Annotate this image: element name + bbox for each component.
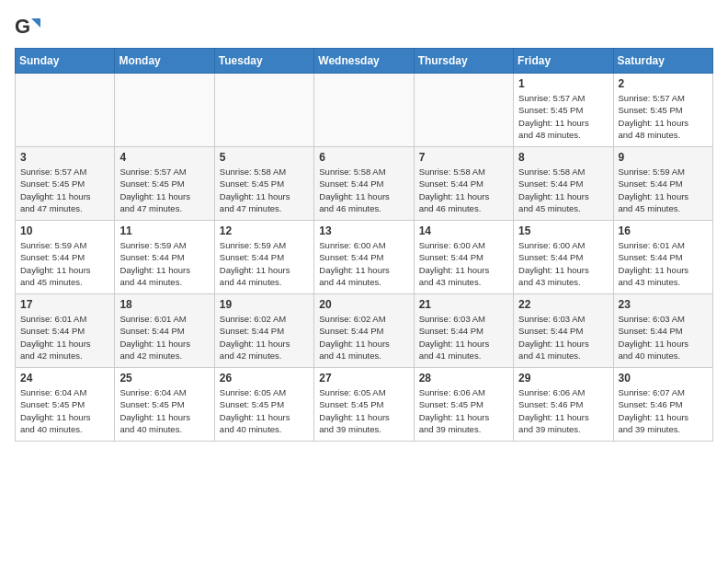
day-info: Sunrise: 6:00 AM Sunset: 5:44 PM Dayligh… [319,239,408,288]
calendar-cell: 1Sunrise: 5:57 AM Sunset: 5:45 PM Daylig… [514,74,613,147]
day-number: 9 [619,151,708,164]
day-number: 1 [518,77,608,90]
day-number: 21 [419,298,508,311]
day-number: 19 [220,298,309,311]
day-number: 22 [518,298,608,311]
day-info: Sunrise: 5:59 AM Sunset: 5:44 PM Dayligh… [619,166,708,214]
calendar-cell [16,74,115,147]
day-info: Sunrise: 5:57 AM Sunset: 5:45 PM Dayligh… [20,166,109,214]
day-number: 20 [319,298,408,311]
calendar-cell: 30Sunrise: 6:07 AM Sunset: 5:46 PM Dayli… [613,368,712,442]
day-info: Sunrise: 6:05 AM Sunset: 5:45 PM Dayligh… [220,386,309,435]
day-number: 13 [319,224,408,237]
calendar-cell: 23Sunrise: 6:03 AM Sunset: 5:44 PM Dayli… [613,294,712,368]
calendar-cell: 14Sunrise: 6:00 AM Sunset: 5:44 PM Dayli… [414,221,513,294]
calendar-cell: 18Sunrise: 6:01 AM Sunset: 5:44 PM Dayli… [115,294,214,368]
calendar-cell: 11Sunrise: 5:59 AM Sunset: 5:44 PM Dayli… [115,221,214,294]
day-info: Sunrise: 6:03 AM Sunset: 5:44 PM Dayligh… [518,313,608,362]
day-number: 4 [119,151,209,164]
svg-marker-1 [31,18,40,28]
day-number: 27 [319,372,408,385]
svg-text:G: G [15,15,30,38]
calendar-cell: 29Sunrise: 6:06 AM Sunset: 5:46 PM Dayli… [514,368,613,442]
calendar-cell: 19Sunrise: 6:02 AM Sunset: 5:44 PM Dayli… [214,294,313,368]
day-number: 10 [20,224,109,237]
day-info: Sunrise: 6:05 AM Sunset: 5:45 PM Dayligh… [319,386,408,435]
day-info: Sunrise: 6:01 AM Sunset: 5:44 PM Dayligh… [119,313,209,362]
calendar-week-row: 3Sunrise: 5:57 AM Sunset: 5:45 PM Daylig… [16,147,713,221]
calendar-cell: 24Sunrise: 6:04 AM Sunset: 5:45 PM Dayli… [16,368,115,442]
logo-icon: G [15,15,40,40]
calendar-cell: 27Sunrise: 6:05 AM Sunset: 5:45 PM Dayli… [314,368,414,442]
day-number: 24 [20,372,109,385]
day-info: Sunrise: 6:04 AM Sunset: 5:45 PM Dayligh… [20,386,109,435]
calendar-cell: 8Sunrise: 5:58 AM Sunset: 5:44 PM Daylig… [514,147,613,221]
day-info: Sunrise: 6:03 AM Sunset: 5:44 PM Dayligh… [619,313,708,362]
day-number: 5 [220,151,309,164]
day-number: 15 [518,224,608,237]
day-info: Sunrise: 6:06 AM Sunset: 5:45 PM Dayligh… [419,386,508,435]
day-info: Sunrise: 6:02 AM Sunset: 5:44 PM Dayligh… [319,313,408,362]
calendar-cell: 20Sunrise: 6:02 AM Sunset: 5:44 PM Dayli… [314,294,414,368]
weekday-header: Saturday [613,49,712,74]
day-info: Sunrise: 6:01 AM Sunset: 5:44 PM Dayligh… [20,313,109,362]
weekday-header: Friday [514,49,613,74]
day-number: 11 [119,224,209,237]
day-number: 12 [220,224,309,237]
page-header: G [15,15,713,40]
day-number: 7 [419,151,508,164]
day-number: 23 [619,298,708,311]
weekday-header: Tuesday [214,49,313,74]
calendar-week-row: 24Sunrise: 6:04 AM Sunset: 5:45 PM Dayli… [16,368,713,442]
calendar-header-row: SundayMondayTuesdayWednesdayThursdayFrid… [16,49,713,74]
day-info: Sunrise: 6:01 AM Sunset: 5:44 PM Dayligh… [619,239,708,288]
weekday-header: Wednesday [314,49,414,74]
day-info: Sunrise: 5:59 AM Sunset: 5:44 PM Dayligh… [220,239,309,288]
calendar-cell: 22Sunrise: 6:03 AM Sunset: 5:44 PM Dayli… [514,294,613,368]
calendar-cell [214,74,313,147]
day-info: Sunrise: 6:03 AM Sunset: 5:44 PM Dayligh… [419,313,508,362]
day-info: Sunrise: 6:00 AM Sunset: 5:44 PM Dayligh… [518,239,608,288]
calendar-cell: 7Sunrise: 5:58 AM Sunset: 5:44 PM Daylig… [414,147,513,221]
calendar-cell [414,74,513,147]
calendar-cell: 16Sunrise: 6:01 AM Sunset: 5:44 PM Dayli… [613,221,712,294]
calendar-cell: 28Sunrise: 6:06 AM Sunset: 5:45 PM Dayli… [414,368,513,442]
logo: G [15,15,44,40]
day-info: Sunrise: 6:07 AM Sunset: 5:46 PM Dayligh… [619,386,708,435]
day-number: 28 [419,372,508,385]
day-info: Sunrise: 5:57 AM Sunset: 5:45 PM Dayligh… [619,92,708,141]
day-info: Sunrise: 6:04 AM Sunset: 5:45 PM Dayligh… [119,386,209,435]
day-info: Sunrise: 5:59 AM Sunset: 5:44 PM Dayligh… [20,239,109,288]
calendar-week-row: 10Sunrise: 5:59 AM Sunset: 5:44 PM Dayli… [16,221,713,294]
day-info: Sunrise: 5:58 AM Sunset: 5:44 PM Dayligh… [518,166,608,214]
calendar-cell: 21Sunrise: 6:03 AM Sunset: 5:44 PM Dayli… [414,294,513,368]
day-info: Sunrise: 5:57 AM Sunset: 5:45 PM Dayligh… [518,92,608,141]
calendar-cell: 25Sunrise: 6:04 AM Sunset: 5:45 PM Dayli… [115,368,214,442]
day-number: 18 [119,298,209,311]
day-number: 2 [619,77,708,90]
day-info: Sunrise: 5:58 AM Sunset: 5:44 PM Dayligh… [319,166,408,214]
day-number: 29 [518,372,608,385]
calendar-cell: 5Sunrise: 5:58 AM Sunset: 5:45 PM Daylig… [214,147,313,221]
calendar-week-row: 17Sunrise: 6:01 AM Sunset: 5:44 PM Dayli… [16,294,713,368]
day-number: 25 [119,372,209,385]
day-number: 8 [518,151,608,164]
calendar-cell [314,74,414,147]
calendar-cell: 2Sunrise: 5:57 AM Sunset: 5:45 PM Daylig… [613,74,712,147]
day-info: Sunrise: 5:58 AM Sunset: 5:45 PM Dayligh… [220,166,309,214]
calendar-cell: 15Sunrise: 6:00 AM Sunset: 5:44 PM Dayli… [514,221,613,294]
day-number: 6 [319,151,408,164]
day-number: 16 [619,224,708,237]
calendar-cell: 13Sunrise: 6:00 AM Sunset: 5:44 PM Dayli… [314,221,414,294]
day-number: 14 [419,224,508,237]
day-number: 26 [220,372,309,385]
calendar-cell: 6Sunrise: 5:58 AM Sunset: 5:44 PM Daylig… [314,147,414,221]
calendar-cell: 10Sunrise: 5:59 AM Sunset: 5:44 PM Dayli… [16,221,115,294]
weekday-header: Monday [115,49,214,74]
day-info: Sunrise: 6:06 AM Sunset: 5:46 PM Dayligh… [518,386,608,435]
day-number: 30 [619,372,708,385]
calendar-cell [115,74,214,147]
calendar-cell: 9Sunrise: 5:59 AM Sunset: 5:44 PM Daylig… [613,147,712,221]
day-number: 3 [20,151,109,164]
calendar-week-row: 1Sunrise: 5:57 AM Sunset: 5:45 PM Daylig… [16,74,713,147]
